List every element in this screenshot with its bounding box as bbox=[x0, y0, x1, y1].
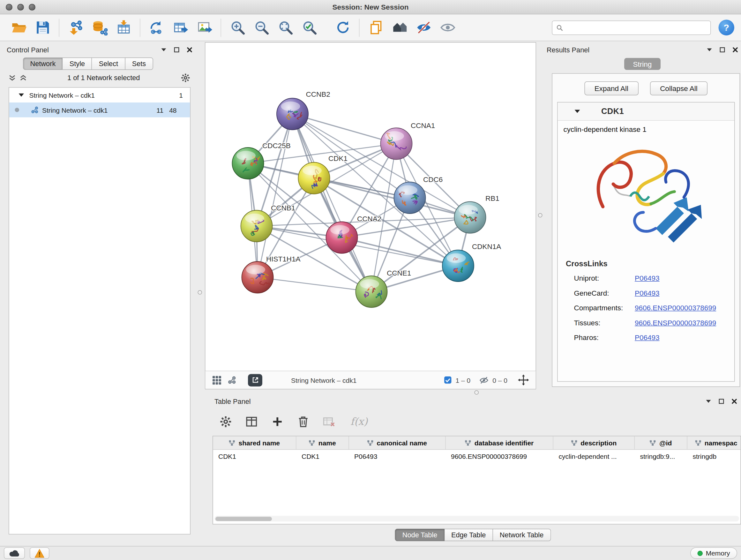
close-panel-icon[interactable] bbox=[731, 398, 737, 404]
horizontal-scrollbar-thumb[interactable] bbox=[215, 516, 272, 521]
column-header-database-identifier[interactable]: database identifier bbox=[446, 436, 554, 449]
create-column-button[interactable] bbox=[269, 414, 285, 430]
home-button[interactable] bbox=[388, 17, 412, 39]
collapse-panel-icon[interactable] bbox=[706, 47, 712, 53]
column-header-namespac[interactable]: namespac bbox=[687, 436, 741, 449]
duplicate-network-button[interactable] bbox=[364, 17, 388, 39]
open-session-button[interactable] bbox=[7, 17, 30, 39]
column-header-name[interactable]: name bbox=[296, 436, 349, 449]
network-options-gear-icon[interactable] bbox=[181, 72, 191, 83]
tree-expand-triangle-icon[interactable] bbox=[19, 93, 24, 98]
crosslink-link[interactable]: 9606.ENSP00000378699 bbox=[635, 319, 716, 327]
zoom-out-button[interactable] bbox=[250, 17, 273, 39]
crosslink-link[interactable]: 9606.ENSP00000378699 bbox=[635, 304, 716, 312]
pan-tool-icon[interactable] bbox=[518, 374, 529, 386]
new-network-from-selection-button[interactable] bbox=[145, 17, 169, 39]
network-overview-icon[interactable] bbox=[227, 375, 237, 385]
memory-button[interactable]: Memory bbox=[690, 548, 737, 559]
network-edge[interactable] bbox=[258, 114, 293, 277]
refresh-view-button[interactable] bbox=[331, 17, 355, 39]
table-options-button[interactable] bbox=[217, 414, 233, 430]
export-table-button[interactable] bbox=[169, 17, 192, 39]
show-graphics-details-button[interactable] bbox=[435, 17, 460, 39]
network-node-cdc6[interactable] bbox=[394, 182, 426, 213]
network-node-ccnb1[interactable] bbox=[241, 210, 273, 242]
tab-edge-table[interactable]: Edge Table bbox=[445, 529, 493, 541]
right-splitter-handle[interactable] bbox=[538, 213, 542, 218]
network-edge[interactable] bbox=[258, 277, 372, 292]
tab-sets[interactable]: Sets bbox=[125, 57, 153, 70]
import-network-file-button[interactable] bbox=[64, 17, 88, 39]
tab-string[interactable]: String bbox=[624, 58, 661, 70]
network-node-ccna1[interactable] bbox=[381, 128, 412, 160]
crosslink-link[interactable]: P06493 bbox=[635, 274, 660, 282]
network-node-hist1h1a[interactable] bbox=[242, 261, 273, 293]
import-table-button[interactable] bbox=[112, 17, 136, 39]
crosslink-link[interactable]: P06493 bbox=[635, 289, 660, 297]
hidden-items-eye-slash-icon[interactable] bbox=[479, 375, 488, 385]
collapse-panel-icon[interactable] bbox=[161, 47, 166, 53]
save-session-button[interactable] bbox=[30, 17, 55, 39]
hide-graphics-details-button[interactable] bbox=[412, 17, 435, 39]
open-in-window-button[interactable] bbox=[248, 374, 262, 386]
warnings-button[interactable] bbox=[30, 548, 50, 559]
protein-card-header[interactable]: CDK1 bbox=[558, 103, 735, 121]
collapse-all-icon[interactable] bbox=[20, 74, 27, 81]
function-builder-button-disabled[interactable]: f(x) bbox=[350, 416, 367, 427]
network-node-cdc25b[interactable] bbox=[232, 147, 264, 179]
import-network-database-button[interactable] bbox=[88, 17, 112, 39]
tab-select[interactable]: Select bbox=[92, 57, 125, 70]
selected-nodes-checkbox-icon[interactable] bbox=[444, 376, 452, 384]
zoom-fit-button[interactable] bbox=[273, 17, 297, 39]
close-panel-icon[interactable] bbox=[187, 47, 192, 53]
table-row[interactable]: CDK1CDK1P064939606.ENSP00000378699cyclin… bbox=[213, 450, 741, 463]
crosslink-link[interactable]: P06493 bbox=[635, 333, 660, 341]
expand-all-button[interactable]: Expand All bbox=[584, 81, 638, 96]
collapse-all-button[interactable]: Collapse All bbox=[650, 81, 708, 96]
protein-collapse-triangle-icon[interactable] bbox=[575, 109, 580, 114]
zoom-window-button[interactable] bbox=[29, 4, 36, 10]
delete-column-button[interactable] bbox=[295, 414, 311, 430]
help-button[interactable]: ? bbox=[719, 20, 735, 36]
show-columns-button[interactable] bbox=[243, 414, 259, 430]
export-image-button[interactable] bbox=[192, 17, 216, 39]
column-header--id[interactable]: @id bbox=[635, 436, 687, 449]
minimize-window-button[interactable] bbox=[17, 4, 24, 10]
network-node-ccna2[interactable] bbox=[326, 222, 358, 253]
expand-all-icon[interactable] bbox=[9, 74, 16, 81]
tab-style[interactable]: Style bbox=[63, 57, 92, 70]
network-row-selected[interactable]: String Network – cdk1 11 48 bbox=[9, 103, 190, 118]
tab-node-table[interactable]: Node Table bbox=[395, 529, 445, 541]
zoom-selected-button[interactable] bbox=[297, 17, 321, 39]
network-node-cdkn1a[interactable] bbox=[442, 250, 474, 282]
collapse-panel-icon[interactable] bbox=[705, 398, 711, 404]
crosslink-row: Uniprot:P06493 bbox=[558, 271, 735, 286]
float-panel-icon[interactable] bbox=[174, 47, 180, 53]
close-panel-icon[interactable] bbox=[732, 47, 738, 53]
node-count: 11 bbox=[156, 106, 163, 114]
column-header-shared-name[interactable]: shared name bbox=[213, 436, 296, 449]
close-window-button[interactable] bbox=[6, 4, 12, 10]
network-node-ccnb2[interactable] bbox=[277, 98, 308, 130]
network-node-rb1[interactable] bbox=[455, 202, 486, 233]
float-panel-icon[interactable] bbox=[720, 47, 725, 53]
grid-view-icon[interactable] bbox=[212, 375, 222, 385]
tab-network-table[interactable]: Network Table bbox=[493, 529, 551, 541]
cloud-status-button[interactable] bbox=[4, 548, 25, 559]
tab-network[interactable]: Network bbox=[23, 57, 63, 70]
left-splitter-handle[interactable] bbox=[198, 290, 202, 295]
column-header-description[interactable]: description bbox=[553, 436, 635, 449]
network-edge[interactable] bbox=[314, 178, 470, 217]
bottom-splitter-handle[interactable] bbox=[475, 390, 479, 395]
search-input[interactable] bbox=[566, 24, 706, 31]
network-node-ccne1[interactable] bbox=[356, 276, 387, 307]
network-collection-row[interactable]: String Network – cdk1 1 bbox=[9, 88, 190, 103]
network-node-cdk1[interactable] bbox=[298, 163, 330, 194]
column-header-canonical-name[interactable]: canonical name bbox=[349, 436, 446, 449]
results-panel: Results Panel String Expand All Collapse… bbox=[544, 44, 741, 387]
network-edge[interactable] bbox=[293, 114, 372, 292]
float-panel-icon[interactable] bbox=[719, 398, 724, 404]
delete-table-button-disabled[interactable] bbox=[321, 414, 337, 430]
network-canvas[interactable]: CCNB2CCNA1CDC25BCDK1CDC6RB1CCNB1CCNA2CDK… bbox=[205, 43, 536, 371]
zoom-in-button[interactable] bbox=[226, 17, 250, 39]
